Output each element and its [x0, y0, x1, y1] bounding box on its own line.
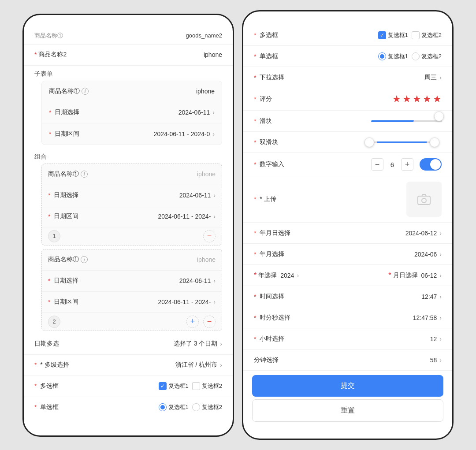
star-5[interactable]: ★	[433, 93, 442, 105]
year-month-day-row[interactable]: * 年月日选择 2024-06-12 ›	[243, 223, 452, 244]
group-add-button[interactable]: +	[186, 316, 199, 328]
number-input-label: * 数字输入	[254, 160, 284, 168]
chevron-icon: ›	[213, 213, 216, 220]
number-input-group: − 6 +	[371, 158, 442, 171]
sub-date-row[interactable]: * 日期选择 2024-06-11 ›	[42, 102, 222, 123]
checkbox-2-item[interactable]: 复选框2	[192, 382, 222, 390]
group-2-remove-button[interactable]: −	[203, 316, 216, 328]
r-checkbox-2-item[interactable]: 复选框2	[412, 31, 442, 39]
slider-thumb[interactable]	[434, 112, 444, 121]
sub-date-range-row[interactable]: * 日期区间 2024-06-11 - 2024-0 ›	[42, 123, 222, 145]
star-rating[interactable]: ★ ★ ★ ★ ★	[392, 93, 442, 105]
radio-1-item-left[interactable]: 复选框1	[159, 403, 189, 411]
chevron-icon: ›	[439, 74, 442, 81]
chevron-icon: ›	[439, 357, 442, 364]
year-monthday-row: * 年选择 2024 › * 月日选择 06-12 ›	[243, 265, 452, 286]
rating-row[interactable]: * 评分 ★ ★ ★ ★ ★	[243, 88, 452, 111]
toggle-switch[interactable]	[420, 158, 442, 171]
r-radio-label: * 单选框	[254, 52, 278, 60]
year-value[interactable]: 2024 ›	[280, 272, 299, 279]
g1-date-range-row[interactable]: * 日期区间 2024-06-11 - 2024- ›	[42, 206, 222, 227]
camera-icon	[417, 193, 431, 205]
upload-box[interactable]	[406, 182, 442, 217]
star-3[interactable]: ★	[413, 93, 421, 105]
double-slider-track[interactable]	[367, 141, 437, 143]
number-stepper[interactable]: − 6 +	[371, 158, 413, 171]
checkbox-label: * 多选框	[34, 382, 59, 390]
increment-button[interactable]: +	[401, 158, 413, 171]
submit-button[interactable]: 提交	[252, 375, 443, 397]
right-phone: * 多选框 复选框1 复选框2 * 单选框 复选框1	[242, 10, 454, 440]
sub-product-name-value: iphone	[196, 88, 215, 95]
g1-date-row[interactable]: * 日期选择 2024-06-11 ›	[42, 185, 222, 206]
checkbox-2[interactable]	[192, 382, 200, 390]
checkbox-1-item[interactable]: 复选框1	[159, 382, 189, 390]
r-radio-2-item[interactable]: 复选框2	[412, 52, 442, 60]
chevron-icon: ›	[439, 335, 442, 342]
year-month-row[interactable]: * 年月选择 2024-06 ›	[243, 244, 452, 265]
product-name-value: iphone	[204, 51, 222, 58]
dropdown-label: * 下拉选择	[254, 74, 284, 82]
radio-2-left[interactable]	[192, 403, 200, 411]
star-1[interactable]: ★	[392, 93, 401, 105]
time-row[interactable]: * 时间选择 12:47 ›	[243, 286, 452, 307]
r-checkbox-1[interactable]	[378, 31, 386, 39]
reset-button[interactable]: 重置	[252, 399, 443, 422]
slider-container[interactable]	[371, 120, 442, 122]
time-value: 12:47 ›	[421, 293, 442, 300]
dropdown-row[interactable]: * 下拉选择 周三 ›	[243, 67, 452, 88]
month-day-value[interactable]: 06-12 ›	[421, 272, 442, 279]
double-slider-container[interactable]	[362, 141, 442, 143]
info-icon: i	[81, 256, 88, 263]
dslider-left-thumb[interactable]	[364, 138, 374, 147]
group-1-remove-button[interactable]: −	[203, 230, 216, 242]
sub-date-range-label: * 日期区间	[49, 130, 79, 138]
chevron-icon: ›	[213, 277, 216, 284]
g2-date-row[interactable]: * 日期选择 2024-06-11 ›	[42, 271, 222, 292]
date-multi-row[interactable]: 日期多选 选择了 3 个日期 ›	[24, 334, 233, 355]
star-2[interactable]: ★	[402, 93, 411, 105]
top-field-value: goods_name2	[186, 32, 222, 39]
left-phone: 商品名称① goods_name2 * 商品名称2 iphone 子表单 商品名…	[22, 14, 234, 437]
chevron-icon: ›	[439, 314, 442, 321]
cascade-label: * * 多级选择	[34, 361, 69, 369]
slider-label: * 滑块	[254, 117, 272, 125]
r-checkbox-group: 复选框1 复选框2	[378, 31, 442, 39]
group-2-actions: + −	[186, 316, 216, 328]
r-checkbox-1-item[interactable]: 复选框1	[378, 31, 408, 39]
sub-form-section-label: 子表单	[24, 66, 233, 79]
g2-date-range-row[interactable]: * 日期区间 2024-06-11 - 2024- ›	[42, 292, 222, 313]
group-2-footer: 2 + −	[42, 313, 222, 328]
r-radio-2[interactable]	[412, 52, 420, 60]
group-2: 商品名称① i iphone * 日期选择 2024-06-11 › * 日期区…	[41, 249, 222, 331]
slider-row[interactable]: * 滑块	[243, 111, 452, 132]
r-radio-1[interactable]	[378, 52, 386, 60]
hour-row[interactable]: * 小时选择 12 ›	[243, 328, 452, 350]
radio-2-item-left[interactable]: 复选框2	[192, 403, 222, 411]
upload-label: * * 上传	[254, 195, 276, 203]
minute-row[interactable]: 分钟选择 58 ›	[243, 350, 452, 371]
chevron-icon: ›	[439, 230, 442, 237]
year-month-value: 2024-06 ›	[414, 251, 442, 258]
dslider-right-thumb[interactable]	[430, 138, 439, 147]
star-4[interactable]: ★	[423, 93, 431, 105]
upload-row: * * 上传	[243, 176, 452, 223]
g1-date-range-label: * 日期区间	[48, 212, 78, 220]
month-day-group: * 月日选择 06-12 ›	[388, 271, 442, 279]
r-checkbox-2[interactable]	[412, 31, 420, 39]
double-slider-row[interactable]: * 双滑块	[243, 132, 452, 153]
decrement-button[interactable]: −	[371, 158, 383, 171]
cascade-row[interactable]: * * 多级选择 浙江省 / 杭州市 ›	[24, 355, 233, 376]
left-phone-content: 商品名称① goods_name2 * 商品名称2 iphone 子表单 商品名…	[24, 28, 233, 427]
dropdown-value: 周三 ›	[424, 74, 442, 82]
date-multi-label: 日期多选	[34, 340, 59, 348]
r-radio-row: * 单选框 复选框1 复选框2	[243, 46, 452, 67]
year-group: * 年选择 2024 ›	[254, 271, 299, 279]
r-radio-1-item[interactable]: 复选框1	[378, 52, 408, 60]
time-hms-row[interactable]: * 时分秒选择 12:47:58 ›	[243, 307, 452, 328]
chevron-icon: ›	[439, 293, 442, 300]
slider-track[interactable]	[371, 120, 442, 122]
radio-1-left[interactable]	[159, 403, 167, 411]
time-label: * 时间选择	[254, 293, 284, 301]
checkbox-1[interactable]	[159, 382, 167, 390]
